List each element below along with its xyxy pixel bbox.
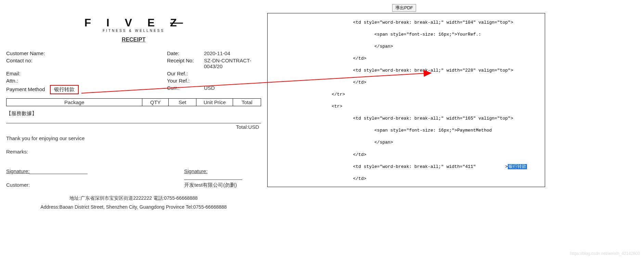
code-line: <td style="word-break: break-all;" width… <box>268 20 545 26</box>
code-line-highlight: <td style="word-break: break-all;" width… <box>268 164 545 170</box>
value-your-ref <box>204 78 261 84</box>
code-line: <tr> <box>268 103 545 110</box>
code-line: <span style="font-size: 16px;">YourRef.: <box>268 32 545 38</box>
code-line: </span> <box>268 44 545 50</box>
value-our-ref <box>204 71 261 76</box>
code-frag: <td style="word-break: break-all;" width… <box>268 164 478 169</box>
code-line: </span> <box>268 139 545 146</box>
code-line: <span style="font-size: 16px;">PaymentMe… <box>268 127 545 134</box>
customer-row: Customer: 开发test有限公司(勿删) <box>6 182 261 188</box>
label-payment-method-text: Payment Method <box>6 86 45 92</box>
remarks-label: Remarks: <box>6 149 261 155</box>
company-name: 开发test有限公司(勿删) <box>184 182 261 188</box>
value-curr: USD <box>204 85 261 94</box>
code-line: </td> <box>268 176 545 182</box>
highlighted-payment-text: 银行转款 <box>508 164 527 169</box>
th-qty: QTY <box>142 99 168 106</box>
signature-line-left <box>29 174 88 174</box>
code-line: </td> <box>268 56 545 62</box>
logo-text: F I V E <box>84 16 161 29</box>
value-receipt-no: SZ-DN-CONTRACT-0043/20 <box>204 58 261 69</box>
code-line: <td style="word-break: break-all;" width… <box>268 115 545 122</box>
info-grid: Customer Name: Date: 2020-11-04 Contact … <box>6 50 261 94</box>
code-line: <td style="word-break: break-all;" width… <box>268 67 545 74</box>
signature-label-right: Signature: <box>184 168 207 174</box>
items-table: Package QTY Set Unit Price Total <box>6 98 261 106</box>
label-curr: Curr.: <box>167 85 204 94</box>
logo-subtitle: FITNESS & WELLNESS <box>6 29 261 33</box>
signature-line-right <box>184 180 242 180</box>
code-line: </td> <box>268 79 545 86</box>
label-receipt-no: Receipt No: <box>167 58 204 69</box>
value-date: 2020-11-04 <box>204 50 261 56</box>
label-email: Email: <box>6 71 167 76</box>
html-source-panel[interactable]: <td style="word-break: break-all;" width… <box>267 13 545 187</box>
address-en: Address:Baoan District Street, Shenzhen … <box>6 204 261 210</box>
label-contact-no: Contact no: <box>6 58 167 69</box>
signature-label-left: Signature: <box>6 168 29 174</box>
logo-z: Z <box>170 16 183 29</box>
receipt-document: F I V E Z FITNESS & WELLNESS RECEIPT Cus… <box>6 17 261 210</box>
label-attn: Attn.: <box>6 78 167 84</box>
receipt-title: RECEIPT <box>6 37 261 43</box>
total-label: Total:USD <box>6 124 261 130</box>
label-payment-method: Payment Method 银行转款 <box>6 85 167 94</box>
logo: F I V E Z FITNESS & WELLNESS <box>6 17 261 33</box>
label-customer-name: Customer Name: <box>6 50 167 56</box>
th-package: Package <box>7 99 142 106</box>
thanks-text: Thank you for enjoying our service <box>6 135 261 141</box>
code-frag: > <box>505 164 508 169</box>
code-line: </td> <box>268 152 545 158</box>
th-set: Set <box>168 99 196 106</box>
value-payment-method: 银行转款 <box>50 85 79 94</box>
service-data-label: 【服務數據】 <box>6 110 261 117</box>
divider <box>6 123 261 123</box>
label-your-ref: Your Ref.: <box>167 78 204 84</box>
th-unit-price: Unit Price <box>196 99 233 106</box>
code-line: </tr> <box>268 91 545 98</box>
export-pdf-button[interactable]: 導出PDF <box>392 4 416 12</box>
label-our-ref: Our Ref.: <box>167 71 204 76</box>
label-date: Date: <box>167 50 204 56</box>
th-total: Total <box>233 99 261 106</box>
customer-label: Customer: <box>6 182 184 188</box>
address-cn: 地址:广东省深圳市宝安区街道2222222 電話:0755-66668888 <box>6 195 261 201</box>
watermark: https://blog.csdn.net/weixin_42142603 <box>570 251 640 256</box>
signature-row: Signature: Signature: <box>6 168 261 180</box>
